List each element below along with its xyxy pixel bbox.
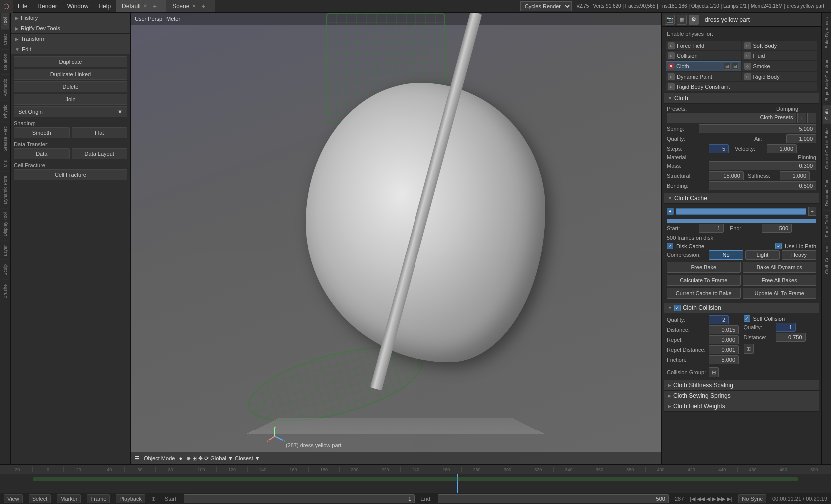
air-value[interactable]: 1.000 [786, 134, 816, 143]
start-value[interactable]: 1 [699, 224, 724, 233]
cloth-sec-header[interactable]: ▼ Cloth [664, 93, 819, 104]
collision-group-btn[interactable]: ⊞ [709, 367, 719, 377]
cc-repel-value[interactable]: 0.000 [709, 335, 739, 344]
calc-to-frame-btn[interactable]: Calculate To Frame [667, 275, 741, 286]
vtab-rigid-body-constraint[interactable]: Rigid Body Constraint [823, 53, 831, 105]
phys-cloth[interactable]: ✕ Cloth ⊞ ⊟ [666, 61, 741, 71]
cloth-extra-1[interactable]: ⊞ [724, 63, 731, 70]
tab-add[interactable]: + [150, 2, 160, 10]
tab-close-scene[interactable]: ✕ [192, 3, 196, 9]
history-header[interactable]: ▶ History [11, 13, 130, 23]
disk-cache-check[interactable]: ✓ [667, 243, 673, 249]
rp-icon-phys[interactable]: ⚙ [689, 15, 699, 25]
phys-smoke[interactable]: ○ Smoke [742, 61, 818, 71]
field-weights-header[interactable]: ▶ Cloth Field Weights [664, 401, 819, 412]
cc-quality-value[interactable]: 2 [709, 315, 729, 324]
mass-value[interactable]: 0.300 [709, 161, 816, 170]
status-playback-btn[interactable]: Playback [116, 494, 145, 503]
menu-file[interactable]: File [13, 0, 32, 12]
tab-add-scene[interactable]: + [198, 2, 208, 10]
menu-render[interactable]: Render [32, 0, 62, 12]
bake-all-dynamics-btn[interactable]: Bake All Dynamics [743, 262, 817, 273]
compress-light[interactable]: Light [745, 250, 780, 260]
cloth-collision-enable[interactable]: ✓ [674, 305, 681, 311]
vtab-grease[interactable]: Grease Perc [1, 122, 9, 156]
vtab-tool[interactable]: Tool [1, 13, 9, 30]
vtab-mis[interactable]: Mis [1, 156, 9, 171]
presets-remove[interactable]: − [807, 113, 816, 123]
tab-close-default[interactable]: ✕ [143, 3, 147, 9]
tab-scene[interactable]: Scene ✕ + [166, 0, 215, 12]
stiffness-scaling-header[interactable]: ▶ Cloth Stiffness Scaling [664, 380, 819, 391]
cc-repeld-value[interactable]: 0.001 [709, 345, 739, 354]
use-lib-path-check[interactable]: ✓ [775, 243, 782, 249]
vtab-creat[interactable]: Creat [1, 30, 9, 49]
phys-fluid[interactable]: ○ Fluid [742, 51, 818, 60]
edit-header[interactable]: ▼ Edit [11, 44, 130, 54]
sc-quality-value[interactable]: 1 [776, 323, 796, 332]
current-cache-bake-btn[interactable]: Current Cache to Bake [667, 288, 741, 299]
menu-help[interactable]: Help [93, 0, 116, 12]
cloth-extra-2[interactable]: ⊟ [732, 63, 739, 70]
vtab-relation[interactable]: Relation [1, 49, 9, 74]
data-layout-btn[interactable]: Data Layout [72, 148, 128, 159]
compress-no[interactable]: No [709, 250, 743, 260]
status-start[interactable]: 1 [184, 494, 415, 503]
set-origin-btn[interactable]: Set Origin ▼ [14, 106, 127, 117]
flat-btn[interactable]: Flat [72, 127, 128, 138]
cloth-presets-val[interactable]: Cloth Presets [667, 113, 796, 123]
vtab-sculp[interactable]: Sculp [1, 260, 9, 280]
update-all-to-frame-btn[interactable]: Update All To Frame [743, 288, 817, 299]
rp-icon-obj[interactable]: ▦ [677, 15, 687, 25]
steps-value[interactable]: 5 [709, 144, 729, 153]
tab-default[interactable]: Default ✕ + [116, 0, 166, 12]
sewing-springs-header[interactable]: ▶ Cloth Sewing Springs [664, 391, 819, 401]
vtab-cloth-collision[interactable]: Cloth Collision [823, 241, 831, 278]
phys-rigid-body[interactable]: ○ Rigid Body [742, 72, 818, 81]
join-btn[interactable]: Join [14, 94, 127, 105]
cell-fracture-btn[interactable]: Cell Fracture [14, 169, 127, 180]
menu-window[interactable]: Window [62, 0, 94, 12]
cc-friction-value[interactable]: 5.000 [709, 355, 739, 364]
sc-distance-value[interactable]: 0.750 [776, 333, 806, 342]
duplicate-btn[interactable]: Duplicate [14, 56, 127, 67]
status-sync-btn[interactable]: No Sync [738, 494, 766, 503]
engine-select[interactable]: Cycles Render [520, 1, 572, 11]
phys-dyn-paint[interactable]: ○ Dynamic Paint [666, 72, 741, 81]
cloth-collision-header[interactable]: ▼ ✓ Cloth Collision [664, 303, 819, 313]
vtab-bake-dynamics[interactable]: Bake Dynamics [823, 13, 831, 53]
phys-x-cloth[interactable]: ✕ [668, 63, 674, 69]
vtab-brushe[interactable]: Brushe [1, 280, 9, 303]
compress-heavy[interactable]: Heavy [782, 250, 816, 260]
vtab-layer[interactable]: Layer [1, 241, 9, 260]
spring-value[interactable]: 5.000 [699, 124, 816, 133]
vtab-display[interactable]: Display Tool [1, 208, 9, 240]
vtab-physic[interactable]: Physic [1, 100, 9, 122]
free-all-bakes-btn[interactable]: Free All Bakes [743, 275, 817, 286]
delete-btn[interactable]: Delete [14, 81, 127, 92]
rigify-header[interactable]: ▶ Rigify Dev Tools [11, 23, 130, 33]
vtab-cloth[interactable]: Cloth [823, 105, 831, 124]
cloth-cache-header[interactable]: ▼ Cloth Cache [664, 193, 819, 204]
status-marker-btn[interactable]: Marker [57, 494, 81, 503]
vtab-force-field[interactable]: Force Field [823, 210, 831, 241]
free-bake-btn[interactable]: Free Bake [667, 262, 741, 273]
data-btn[interactable]: Data [14, 148, 70, 159]
phys-collision[interactable]: ○ Collision [666, 51, 741, 60]
phys-soft-body[interactable]: ○ Soft Body [742, 41, 818, 50]
vtab-current-cache-bake[interactable]: Current Cache Bake [823, 124, 831, 173]
status-end[interactable]: 500 [438, 494, 669, 503]
status-view-btn[interactable]: View [4, 494, 23, 503]
vtab-dynamic[interactable]: Dynamic Pore [1, 171, 9, 208]
cache-add[interactable]: + [808, 207, 816, 216]
viewport[interactable]: User Persp Meter X Z Y [131, 13, 661, 464]
structural-value[interactable]: 15.000 [709, 171, 744, 180]
transform-header[interactable]: ▶ Transform [11, 34, 130, 44]
velocity-value[interactable]: 1.000 [767, 144, 797, 153]
status-frame-btn[interactable]: Frame [87, 494, 110, 503]
status-select-btn[interactable]: Select [29, 494, 51, 503]
end-value[interactable]: 500 [762, 224, 792, 233]
duplicate-linked-btn[interactable]: Duplicate Linked [14, 69, 127, 80]
cc-distance-value[interactable]: 0.015 [709, 325, 739, 334]
phys-rbc[interactable]: ○ Rigid Body Constraint [666, 82, 817, 91]
